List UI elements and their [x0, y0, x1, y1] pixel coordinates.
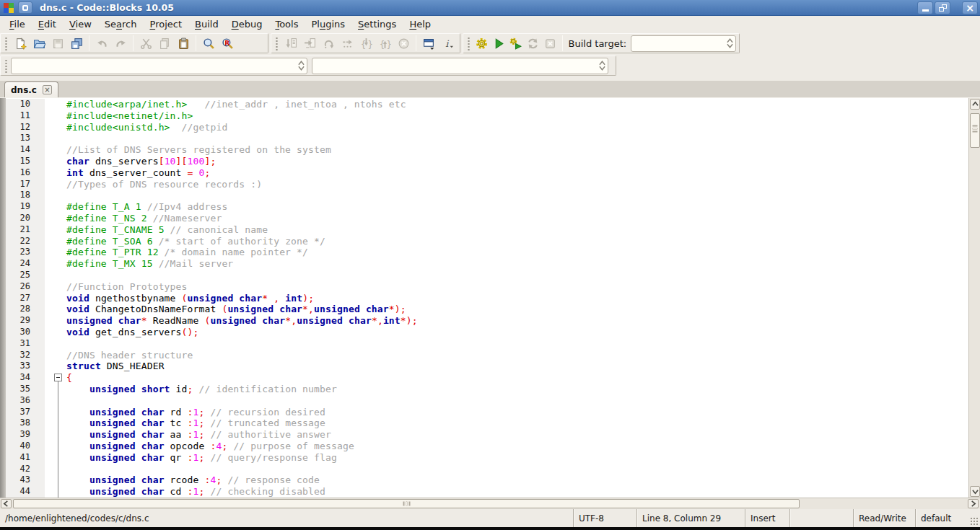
fold-margin: [45, 384, 66, 395]
menu-edit[interactable]: Edit: [32, 17, 63, 31]
code-line-17[interactable]: 17//Types of DNS resource records :): [6, 179, 968, 190]
menu-debug[interactable]: Debug: [225, 17, 269, 31]
menu-plugins[interactable]: Plugins: [305, 17, 351, 31]
horizontal-scrollbar-thumb[interactable]: [13, 499, 800, 508]
scroll-down-button[interactable]: [970, 486, 980, 497]
menu-build[interactable]: Build: [188, 17, 225, 31]
menu-settings[interactable]: Settings: [351, 17, 403, 31]
code-line-15[interactable]: 15char dns_servers[10][100];: [6, 156, 968, 167]
code-line-14[interactable]: 14//List of DNS Servers registered on th…: [6, 144, 968, 156]
code-line-20[interactable]: 20#define T_NS 2 //Nameserver: [6, 213, 968, 224]
find-button[interactable]: [199, 35, 218, 52]
fold-margin-collapse[interactable]: [45, 372, 66, 384]
code-line-33[interactable]: 33struct DNS_HEADER: [6, 361, 968, 372]
build-and-run-button[interactable]: [507, 35, 525, 52]
code-text: #define T_A 1 //Ipv4 address: [66, 201, 968, 213]
vertical-scrollbar-thumb[interactable]: [970, 113, 980, 148]
code-line-40[interactable]: 40 unsigned char opcode :4; // purpose o…: [6, 441, 968, 452]
debug-info-button[interactable]: i: [438, 35, 457, 52]
build-target-combobox[interactable]: [631, 35, 736, 52]
code-line-31[interactable]: 31: [6, 338, 968, 350]
restore-button[interactable]: [935, 1, 950, 14]
code-line-11[interactable]: 11#include<netinet/in.h>: [6, 110, 968, 122]
line-number: 30: [6, 327, 45, 338]
replace-button[interactable]: R: [218, 35, 237, 52]
main-toolbar: R: [0, 33, 268, 53]
code-line-35[interactable]: 35 unsigned short id; // identification …: [6, 384, 968, 395]
title-bar[interactable]: dns.c - Code::Blocks 10.05 ×: [0, 0, 980, 16]
fold-margin: [45, 429, 66, 441]
code-line-38[interactable]: 38 unsigned char tc :1; // truncated mes…: [6, 418, 968, 429]
code-line-19[interactable]: 19#define T_A 1 //Ipv4 address: [6, 201, 968, 213]
code-line-27[interactable]: 27void ngethostbyname (unsigned char* , …: [6, 293, 968, 304]
menu-tools[interactable]: Tools: [268, 17, 305, 31]
debugging-windows-icon: [423, 37, 435, 50]
menu-search[interactable]: Search: [98, 17, 144, 31]
app-icon[interactable]: [18, 1, 32, 14]
code-line-42[interactable]: 42: [6, 464, 968, 475]
code-line-13[interactable]: 13: [6, 133, 968, 144]
code-line-21[interactable]: 21#define T_CNAME 5 // canonical name: [6, 224, 968, 236]
scroll-right-button[interactable]: [968, 499, 979, 508]
code-line-44[interactable]: 44 unsigned char cd :1; // checking disa…: [6, 486, 968, 498]
open-file-button[interactable]: [30, 35, 48, 52]
new-file-button[interactable]: [11, 35, 30, 52]
menu-view[interactable]: View: [63, 17, 98, 31]
toolbar-separator: [89, 35, 89, 51]
menu-file[interactable]: File: [3, 17, 32, 31]
code-text: void ChangetoDnsNameFormat (unsigned cha…: [66, 304, 968, 315]
scroll-left-button[interactable]: [1, 499, 12, 508]
code-line-28[interactable]: 28void ChangetoDnsNameFormat (unsigned c…: [6, 304, 968, 315]
toolbar-grip[interactable]: [274, 36, 279, 50]
toolbar-grip[interactable]: [4, 36, 8, 50]
code-line-16[interactable]: 16int dns_server_count = 0;: [6, 167, 968, 179]
build-button[interactable]: [473, 35, 490, 52]
code-line-32[interactable]: 32//DNS header structure: [6, 350, 968, 361]
menu-help[interactable]: Help: [403, 17, 437, 31]
minimize-button[interactable]: [917, 1, 933, 14]
resize-grip[interactable]: [970, 517, 979, 526]
code-line-26[interactable]: 26//Function Prototypes: [6, 281, 968, 293]
tab-close-icon[interactable]: ×: [43, 85, 52, 94]
scope-combobox[interactable]: [11, 58, 307, 74]
code-line-18[interactable]: 18: [6, 190, 968, 201]
code-line-29[interactable]: 29unsigned char* ReadName (unsigned char…: [6, 315, 968, 327]
build-icon: [476, 37, 488, 50]
code-line-43[interactable]: 43 unsigned char rcode :4; // response c…: [6, 474, 968, 486]
run-button[interactable]: [490, 35, 507, 52]
code-line-25[interactable]: 25: [6, 270, 968, 281]
toolbar-grip[interactable]: [466, 36, 470, 50]
code-line-23[interactable]: 23#define T_PTR 12 /* domain name pointe…: [6, 247, 968, 258]
run-icon: [493, 37, 505, 50]
code-line-36[interactable]: 36: [6, 395, 968, 407]
fold-collapse-icon[interactable]: [54, 374, 62, 381]
line-number: 32: [6, 350, 45, 361]
line-number: 36: [6, 395, 45, 407]
close-button[interactable]: ×: [962, 1, 978, 14]
status-modified: [789, 509, 853, 527]
tab-dns-c[interactable]: dns.c ×: [4, 81, 58, 97]
code-line-37[interactable]: 37 unsigned char rd :1; // recursion des…: [6, 407, 968, 418]
code-line-34[interactable]: 34{: [6, 372, 968, 384]
status-profile: default: [915, 509, 980, 527]
save-all-button[interactable]: [67, 35, 86, 52]
code-line-30[interactable]: 30void get_dns_servers();: [6, 327, 968, 338]
toolbar-grip[interactable]: [4, 58, 8, 73]
line-number: 10: [6, 99, 45, 110]
code-line-22[interactable]: 22#define T_SOA 6 /* start of authority …: [6, 236, 968, 247]
code-editor[interactable]: 10#include<arpa/inet.h> //inet_addr , in…: [0, 98, 980, 498]
vertical-scrollbar[interactable]: [968, 98, 980, 498]
code-line-41[interactable]: 41 unsigned char qr :1; // query/respons…: [6, 452, 968, 464]
code-line-12[interactable]: 12#include<unistd.h> //getpid: [6, 122, 968, 133]
code-line-10[interactable]: 10#include<arpa/inet.h> //inet_addr , in…: [6, 99, 968, 110]
code-completion-toolbar: [0, 56, 616, 76]
line-number: 28: [6, 304, 45, 315]
paste-button[interactable]: [174, 35, 193, 52]
code-line-24[interactable]: 24#define T_MX 15 //Mail server: [6, 258, 968, 270]
menu-project[interactable]: Project: [144, 17, 189, 31]
function-combobox[interactable]: [312, 58, 608, 74]
horizontal-scrollbar[interactable]: [0, 498, 980, 509]
debugging-windows-button[interactable]: [419, 35, 438, 52]
scroll-up-button[interactable]: [970, 99, 980, 110]
code-line-39[interactable]: 39 unsigned char aa :1; // authoritive a…: [6, 429, 968, 441]
